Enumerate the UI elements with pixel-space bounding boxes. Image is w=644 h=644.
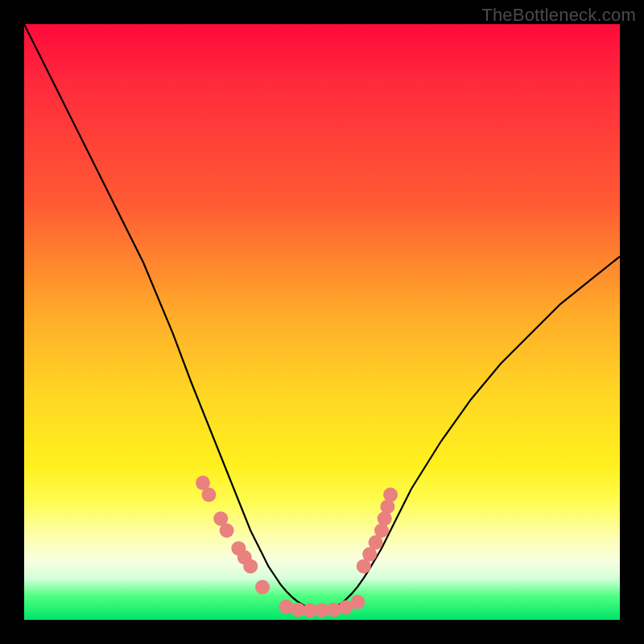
bottleneck-curve	[24, 24, 620, 610]
curve-marker	[255, 580, 270, 594]
curve-marker	[243, 559, 258, 573]
curve-layer	[24, 24, 620, 620]
plot-area	[24, 24, 620, 620]
curve-marker	[383, 488, 398, 502]
curve-markers	[196, 476, 398, 617]
chart-frame: TheBottleneck.com	[0, 0, 644, 644]
curve-marker	[350, 595, 365, 609]
watermark-text: TheBottleneck.com	[481, 5, 636, 26]
curve-marker	[201, 488, 216, 502]
curve-marker	[220, 523, 234, 538]
